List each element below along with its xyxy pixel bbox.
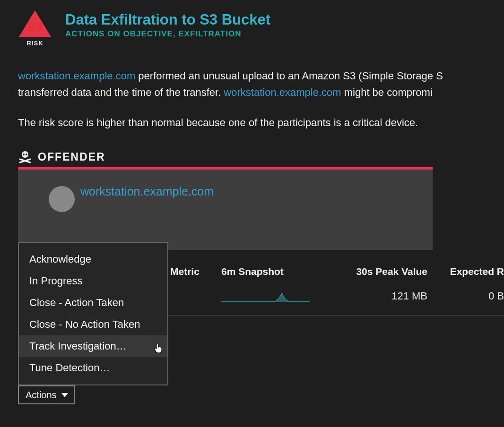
svg-point-2 [26, 154, 27, 155]
svg-point-1 [23, 154, 25, 155]
risk-note: The risk score is higher than normal bec… [18, 115, 504, 130]
offender-card: workstation.example.com [18, 167, 433, 250]
menu-item-in-progress[interactable]: In Progress [19, 270, 167, 292]
risk-score-value: 93 [18, 19, 52, 34]
detection-description: workstation.example.com performed an unu… [18, 68, 504, 101]
peak-value: 121 MB [338, 290, 427, 302]
menu-item-tune-detection[interactable]: Tune Detection… [19, 357, 167, 379]
col-peak-header: 30s Peak Value [338, 266, 427, 277]
host-link[interactable]: workstation.example.com [18, 70, 135, 82]
actions-button[interactable]: Actions [18, 385, 75, 404]
offender-title: OFFENDER [38, 151, 105, 163]
desc-text: transferred data and the time of the tra… [18, 86, 224, 98]
col-snapshot-header: 6m Snapshot [221, 266, 338, 277]
menu-item-close-no-action[interactable]: Close - No Action Taken [19, 314, 167, 335]
host-link[interactable]: workstation.example.com [224, 86, 341, 98]
skull-crossbones-icon [18, 150, 32, 163]
menu-item-label: Track Investigation… [29, 340, 127, 352]
actions-button-label: Actions [26, 390, 57, 401]
menu-item-acknowledge[interactable]: Acknowledge [19, 248, 167, 270]
actions-menu: Acknowledge In Progress Close - Action T… [18, 242, 168, 385]
risk-badge: 93 RISK [18, 9, 52, 47]
desc-text: might be compromi [341, 86, 433, 98]
col-expected-header: Expected R [427, 266, 504, 277]
expected-value: 0 B [427, 290, 504, 302]
avatar [49, 186, 75, 212]
menu-item-close-action-taken[interactable]: Close - Action Taken [19, 292, 167, 314]
detection-header: 93 RISK Data Exfiltration to S3 Bucket A… [18, 9, 504, 47]
chevron-down-icon [61, 393, 68, 397]
offender-section-header: OFFENDER [18, 150, 504, 163]
pointer-cursor-icon [152, 342, 164, 354]
menu-item-track-investigation[interactable]: Track Investigation… [19, 335, 167, 357]
risk-label: RISK [26, 40, 43, 47]
desc-text: performed an unusual upload to an Amazon… [135, 70, 443, 82]
detection-categories: ACTIONS ON OBJECTIVE, EXFILTRATION [65, 29, 270, 39]
risk-triangle-icon: 93 [18, 9, 52, 38]
offender-host-link[interactable]: workstation.example.com [80, 185, 433, 198]
detection-title: Data Exfiltration to S3 Bucket [65, 11, 270, 28]
sparkline-snapshot [221, 288, 338, 305]
